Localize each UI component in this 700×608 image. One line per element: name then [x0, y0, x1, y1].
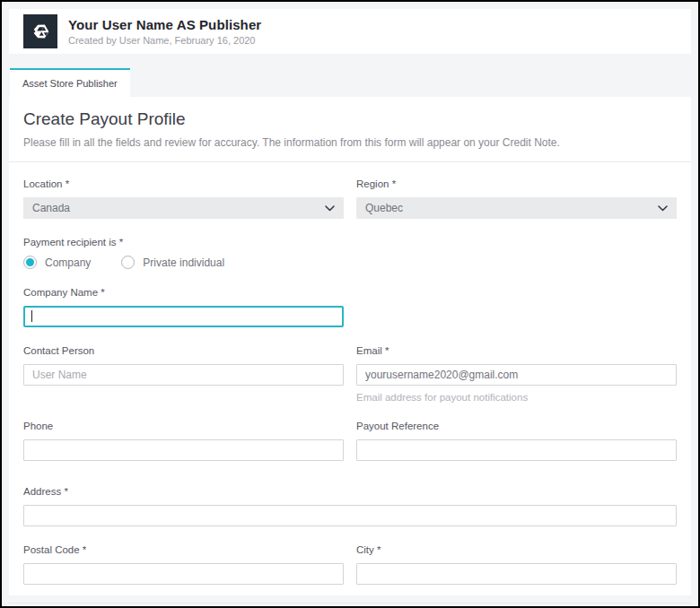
phone-input[interactable]: [23, 439, 344, 461]
email-input[interactable]: [356, 364, 677, 386]
email-helper-text: Email address for payout notifications: [356, 392, 677, 403]
tab-asset-store-publisher[interactable]: Asset Store Publisher: [10, 68, 130, 97]
region-select[interactable]: Quebec: [356, 197, 677, 219]
address-field: Address *: [23, 486, 677, 526]
radio-private-individual-label: Private individual: [143, 256, 224, 269]
region-value: Quebec: [365, 202, 403, 214]
chevron-down-icon: [658, 205, 668, 212]
payout-reference-input[interactable]: [356, 439, 677, 461]
payout-form: Location * Canada Region * Quebec: [9, 162, 691, 603]
company-name-label: Company Name *: [23, 287, 344, 298]
chevron-down-icon: [325, 205, 335, 212]
radio-company[interactable]: Company: [23, 256, 91, 269]
payment-recipient-field: Payment recipient is * Company Private i…: [23, 237, 677, 269]
contact-person-field: Contact Person: [23, 345, 344, 403]
company-name-input[interactable]: [23, 306, 344, 327]
phone-field: Phone: [23, 421, 344, 461]
email-field: Email * Email address for payout notific…: [356, 345, 677, 403]
page-title: Create Payout Profile: [23, 109, 677, 129]
radio-company-label: Company: [45, 256, 91, 269]
region-field: Region * Quebec: [356, 178, 677, 219]
unity-logo-icon: [23, 14, 57, 48]
company-name-input-wrap: [23, 306, 344, 327]
city-label: City *: [356, 544, 677, 555]
address-input[interactable]: [23, 505, 677, 526]
publisher-subtitle: Created by User Name, February 16, 2020: [68, 35, 261, 46]
page-head: Create Payout Profile Please fill in all…: [9, 97, 691, 149]
postal-code-field: Postal Code *: [23, 544, 344, 585]
city-field: City *: [356, 544, 677, 585]
postal-code-label: Postal Code *: [23, 544, 344, 555]
unity-cube-icon: [29, 20, 52, 43]
text-cursor: [31, 310, 32, 322]
location-value: Canada: [32, 202, 70, 214]
phone-label: Phone: [23, 421, 344, 431]
publisher-header: Your User Name AS Publisher Created by U…: [9, 9, 691, 54]
radio-unselected-icon[interactable]: [121, 256, 135, 269]
region-label: Region *: [356, 178, 677, 189]
postal-code-input[interactable]: [23, 563, 344, 585]
contact-person-label: Contact Person: [23, 345, 344, 356]
form-actions: Create Cancel: [9, 604, 691, 608]
payout-reference-label: Payout Reference: [356, 421, 677, 431]
city-input[interactable]: [356, 563, 677, 585]
address-label: Address *: [23, 486, 677, 497]
location-select[interactable]: Canada: [23, 197, 344, 219]
tab-bar: Asset Store Publisher: [9, 54, 691, 97]
location-label: Location *: [23, 178, 344, 189]
company-name-field: Company Name *: [23, 287, 344, 327]
payment-recipient-options: Company Private individual: [23, 256, 677, 269]
radio-private-individual[interactable]: Private individual: [121, 256, 224, 269]
payment-recipient-label: Payment recipient is *: [23, 237, 677, 248]
header-text: Your User Name AS Publisher Created by U…: [68, 17, 261, 46]
email-label: Email *: [356, 345, 677, 356]
page-description: Please fill in all the fields and review…: [23, 136, 677, 149]
location-field: Location * Canada: [23, 178, 344, 219]
publisher-title: Your User Name AS Publisher: [68, 17, 261, 32]
contact-person-input[interactable]: [23, 364, 344, 386]
radio-selected-icon[interactable]: [23, 256, 37, 269]
payout-reference-field: Payout Reference: [356, 421, 677, 461]
payout-profile-card: Create Payout Profile Please fill in all…: [9, 97, 691, 595]
